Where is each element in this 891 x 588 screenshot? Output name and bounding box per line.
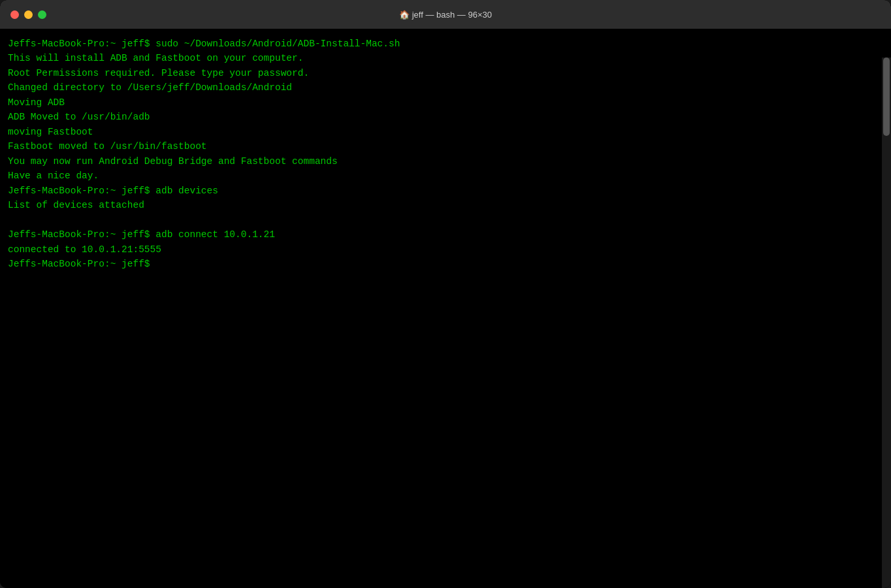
window-title: 🏠 jeff — bash — 96×30 xyxy=(399,10,492,20)
scrollbar-track[interactable] xyxy=(882,57,891,588)
terminal-line: ADB Moved to /usr/bin/adb xyxy=(8,110,865,124)
terminal-line: Jeffs-MacBook-Pro:~ jeff$ xyxy=(8,257,865,271)
terminal-line: Jeffs-MacBook-Pro:~ jeff$ adb devices xyxy=(8,184,865,198)
terminal-line: Moving ADB xyxy=(8,95,865,110)
titlebar: 🏠 jeff — bash — 96×30 xyxy=(0,0,891,29)
terminal-line: Jeffs-MacBook-Pro:~ jeff$ sudo ~/Downloa… xyxy=(8,37,865,51)
terminal-line: Jeffs-MacBook-Pro:~ jeff$ adb connect 10… xyxy=(8,227,865,242)
terminal-line: Fastboot moved to /usr/bin/fastboot xyxy=(8,139,865,154)
terminal-content: Jeffs-MacBook-Pro:~ jeff$ sudo ~/Downloa… xyxy=(8,37,878,272)
terminal-line: Root Permissions required. Please type y… xyxy=(8,66,865,80)
terminal-line xyxy=(8,213,865,227)
close-button[interactable] xyxy=(10,10,19,19)
terminal-line: Have a nice day. xyxy=(8,169,865,183)
maximize-button[interactable] xyxy=(38,10,46,19)
terminal-line: This will install ADB and Fastboot on yo… xyxy=(8,51,865,65)
terminal-line: moving Fastboot xyxy=(8,125,865,139)
terminal-body[interactable]: Jeffs-MacBook-Pro:~ jeff$ sudo ~/Downloa… xyxy=(0,29,891,588)
terminal-line: connected to 10.0.1.21:5555 xyxy=(8,242,865,257)
terminal-line: You may now run Android Debug Bridge and… xyxy=(8,154,865,169)
traffic-lights xyxy=(10,10,46,19)
terminal-line: Changed directory to /Users/jeff/Downloa… xyxy=(8,80,865,95)
scrollbar-thumb[interactable] xyxy=(883,57,890,136)
terminal-line: List of devices attached xyxy=(8,198,865,212)
minimize-button[interactable] xyxy=(24,10,33,19)
terminal-window: 🏠 jeff — bash — 96×30 Jeffs-MacBook-Pro:… xyxy=(0,0,891,588)
